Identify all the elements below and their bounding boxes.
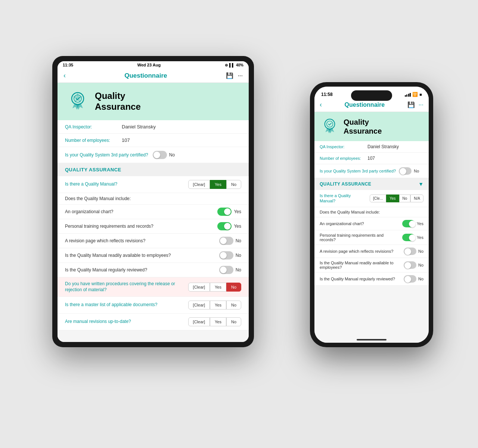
tablet-nav-title: Questionnaire <box>124 72 167 80</box>
btn-group-quality-manual[interactable]: [Clear] Yes No <box>188 180 241 189</box>
phone-back-button[interactable]: ‹ <box>320 101 322 109</box>
toggle-revision[interactable]: No <box>219 237 241 245</box>
toggle-switch-revision[interactable] <box>219 237 233 245</box>
back-button[interactable]: ‹ <box>63 72 66 80</box>
phone-form-section: QA Inspector: Daniel Stransky Number of … <box>314 141 429 178</box>
btn-no-revisions[interactable]: No <box>226 317 241 326</box>
phone-qa-title: Quality Assurance <box>344 118 382 136</box>
phone-btn-yes-qm[interactable]: Yes <box>386 195 399 202</box>
more-icon[interactable]: ··· <box>238 72 243 79</box>
btn-no-master-list[interactable]: No <box>226 301 241 309</box>
btn-no-quality-manual[interactable]: No <box>226 180 241 189</box>
btn-group-revisions[interactable]: [Clear] Yes No <box>188 317 241 326</box>
btn-group-procedures[interactable]: [Clear] Yes No <box>188 283 241 292</box>
phone-value-training: Yes <box>417 235 423 240</box>
phone-nav-title: Questionnaire <box>345 102 385 108</box>
btn-yes-revisions[interactable]: Yes <box>210 317 226 326</box>
tablet-nav-icons: 💾 ··· <box>226 72 243 79</box>
phone-btn-group-quality-manual[interactable]: [Cle... Yes No N/A <box>370 195 423 202</box>
toggle-value-available: No <box>236 253 241 258</box>
question-row-revisions: Are manual revisions up-to-date? [Clear]… <box>58 314 249 330</box>
phone-toggle-org-chart[interactable]: Yes <box>402 220 423 227</box>
wifi-icon: ⊜ <box>225 63 228 67</box>
btn-yes-quality-manual[interactable]: Yes <box>210 180 226 189</box>
phone-text-quality-manual: Is there a Quality Manual? <box>320 193 367 204</box>
btn-yes-procedures[interactable]: Yes <box>210 283 226 292</box>
phone-certified-value: No <box>414 169 419 173</box>
btn-no-procedures[interactable]: No <box>226 283 241 292</box>
phone-certified-toggle[interactable]: No <box>399 167 419 175</box>
phone-btn-na-qm[interactable]: N/A <box>410 195 423 202</box>
question-text-quality-manual: Is there a Quality Manual? <box>65 181 184 187</box>
toggle-reviewed[interactable]: No <box>219 266 241 274</box>
btn-clear-procedures[interactable]: [Clear] <box>188 283 210 292</box>
phone-switch-revision[interactable] <box>404 248 416 255</box>
signal-bar-4 <box>410 93 411 97</box>
phone-subheader-text: Does the Quality Manual include: <box>320 210 423 214</box>
phone-question-revision: A revision page which reflects revisions… <box>314 245 429 258</box>
toggle-switch-training[interactable] <box>217 222 232 230</box>
question-row-master-list: Is there a master list of applicable doc… <box>58 297 249 314</box>
qa-title: Quality Assurance <box>95 91 141 112</box>
signal-bar-2 <box>406 94 407 97</box>
phone-save-icon[interactable]: 💾 <box>407 101 415 108</box>
phone-text-available: Is the Quality Manual readily available … <box>320 261 401 270</box>
phone-qa-inspector-value: Daniel Stransky <box>367 144 399 149</box>
phone-value-revision: No <box>418 249 423 253</box>
phone-certified-row: Is your Quality System 3rd party certifi… <box>314 164 429 178</box>
save-icon[interactable]: 💾 <box>226 72 233 79</box>
certified-toggle-switch[interactable] <box>153 151 167 159</box>
toggle-org-chart[interactable]: Yes <box>217 208 241 216</box>
toggle-switch-org-chart[interactable] <box>217 208 232 216</box>
phone-qa-inspector-label: QA Inspector: <box>320 144 364 149</box>
phone-toggle-available[interactable]: No <box>404 261 423 269</box>
toggle-available[interactable]: No <box>219 251 241 259</box>
phone-switch-available[interactable] <box>404 261 416 269</box>
btn-group-master-list[interactable]: [Clear] Yes No <box>188 301 241 309</box>
btn-clear-quality-manual[interactable]: [Clear] <box>188 180 210 189</box>
phone-btn-no-qm[interactable]: No <box>399 195 411 202</box>
phone-section-header: QUALITY ASSURANCE ▼ <box>314 178 429 190</box>
question-row-reviewed: Is the Quality Manual regularly reviewed… <box>58 263 249 277</box>
phone-screen: 11:58 🛜 ■ ‹ Questionnaire 💾 <box>314 87 429 343</box>
phone-switch-training[interactable] <box>402 234 415 241</box>
btn-yes-master-list[interactable]: Yes <box>210 301 226 309</box>
question-row-procedures: Do you have written procedures covering … <box>58 277 249 297</box>
phone-value-org-chart: Yes <box>417 221 423 226</box>
battery-icon: 40% <box>236 63 243 67</box>
qa-inspector-row: QA Inspector: Daniel Stransky <box>58 120 249 134</box>
num-employees-label: Number of employees: <box>65 138 117 143</box>
phone-qa-inspector-row: QA Inspector: Daniel Stransky <box>314 141 429 153</box>
question-text-reviewed: Is the Quality Manual regularly reviewed… <box>65 267 215 273</box>
btn-clear-master-list[interactable]: [Clear] <box>188 301 210 309</box>
phone-btn-clear-qm[interactable]: [Cle... <box>370 195 386 202</box>
tablet-status-icons: ⊜ ▌▌ 40% <box>225 63 243 67</box>
qa-inspector-value: Daniel Stransky <box>122 124 156 130</box>
phone-content: Quality Assurance QA Inspector: Daniel S… <box>314 112 429 337</box>
certified-label: Is your Quality System 3rd party certifi… <box>65 152 148 158</box>
phone-more-icon[interactable]: ··· <box>419 102 423 108</box>
phone-switch-org-chart[interactable] <box>402 220 415 227</box>
phone-toggle-revision[interactable]: No <box>404 248 423 255</box>
signal-bar-1 <box>405 95 406 97</box>
phone-question-quality-manual: Is there a Quality Manual? [Cle... Yes N… <box>314 190 429 207</box>
toggle-training[interactable]: Yes <box>217 222 241 230</box>
phone-switch-reviewed[interactable] <box>404 275 416 283</box>
home-indicator-bar <box>357 339 387 340</box>
btn-clear-revisions[interactable]: [Clear] <box>188 317 210 326</box>
chevron-down-icon[interactable]: ▼ <box>418 181 423 187</box>
tablet-screen: 11:35 Wed 23 Aug ⊜ ▌▌ 40% ‹ Questionnair… <box>58 61 249 342</box>
scene: 11:35 Wed 23 Aug ⊜ ▌▌ 40% ‹ Questionnair… <box>34 37 444 411</box>
tablet-time: 11:35 <box>63 63 73 67</box>
question-text-org-chart: An organizational chart? <box>65 209 213 214</box>
phone-certified-switch[interactable] <box>399 167 412 175</box>
question-row-training: Personal training requirements and recor… <box>58 219 249 234</box>
toggle-value-org-chart: Yes <box>234 209 241 214</box>
toggle-switch-available[interactable] <box>219 251 233 259</box>
toggle-switch-reviewed[interactable] <box>219 266 233 274</box>
phone-toggle-reviewed[interactable]: No <box>404 275 423 283</box>
signal-icon: ▌▌ <box>229 63 235 67</box>
certified-toggle[interactable]: No <box>153 151 175 159</box>
phone-value-reviewed: No <box>418 277 423 281</box>
phone-toggle-training[interactable]: Yes <box>402 234 423 241</box>
